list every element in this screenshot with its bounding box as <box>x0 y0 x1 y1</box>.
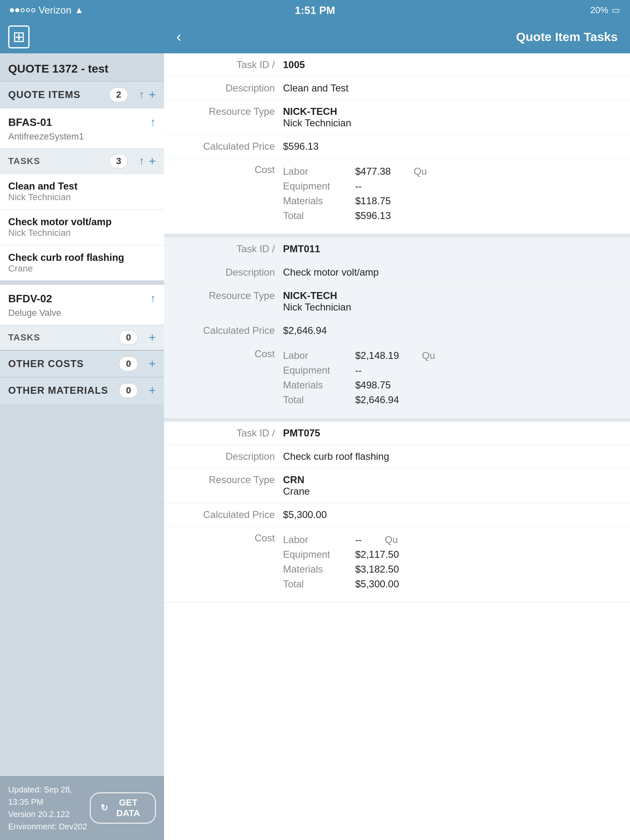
task2-price-label: Calculated Price <box>176 325 283 336</box>
task1-id-value: 1005 <box>283 59 305 71</box>
task-item-check-motor[interactable]: Check motor volt/amp Nick Technician <box>0 209 164 245</box>
other-costs-add-icon[interactable]: + <box>148 357 156 371</box>
bfas01-tasks-label: TASKS <box>8 156 109 167</box>
task3-equipment-label: Equipment <box>283 549 349 560</box>
task3-price-label: Calculated Price <box>176 509 283 520</box>
task3-total-value: $5,300.00 <box>355 578 399 590</box>
right-nav: ‹ Quote Item Tasks <box>164 21 630 53</box>
task-item-clean-test[interactable]: Clean and Test Nick Technician <box>0 173 164 209</box>
bfas01-collapse-icon[interactable]: ↑ <box>150 116 156 129</box>
bfdv02-header: BFDV-02 ↑ <box>0 285 164 308</box>
status-bar-right: 20% ▭ <box>590 5 620 16</box>
signal-dot-5 <box>31 8 35 12</box>
task1-equipment-label: Equipment <box>283 180 349 192</box>
task2-id-value: PMT011 <box>283 243 320 255</box>
task1-desc-label: Description <box>176 82 283 94</box>
task-detail-pmt011: Task ID / PMT011 Description Check motor… <box>164 237 630 418</box>
divider-2 <box>164 418 630 422</box>
task1-equipment-value: -- <box>355 180 362 192</box>
bfas01-name: AntifreezeSystem1 <box>0 131 164 148</box>
bfas01-tasks-row: TASKS 3 ↑ + <box>0 148 164 173</box>
task1-total-value: $596.13 <box>355 210 391 221</box>
bfas01-tasks-count: 3 <box>109 154 128 169</box>
bfdv02-tasks-row: TASKS 0 + <box>0 325 164 350</box>
bfas01-tasks-collapse-icon[interactable]: ↑ <box>139 155 144 168</box>
task3-labor-label: Labor <box>283 534 349 546</box>
carrier-label: Verizon <box>39 5 71 16</box>
task3-cost-row: Cost Labor -- Qu Equipment $2,117.50 Mat <box>164 527 630 602</box>
signal-dot-2 <box>15 8 19 12</box>
task2-id-row: Task ID / PMT011 <box>164 237 630 261</box>
task2-equipment-value: -- <box>355 365 362 376</box>
task3-cost-label: Cost <box>176 532 283 596</box>
task2-quote-label-labor: Qu <box>422 350 435 361</box>
quote-items-add-icon[interactable]: + <box>148 88 156 102</box>
task3-id-label: Task ID / <box>176 427 283 439</box>
task1-cost-row: Cost Labor $477.38 Qu Equipment -- Mater <box>164 158 630 234</box>
status-bar-time: 1:51 PM <box>295 4 335 17</box>
task3-materials-label: Materials <box>283 564 349 575</box>
task-check-motor-title: Check motor volt/amp <box>8 216 156 228</box>
get-data-button[interactable]: ↻ GET DATA <box>90 792 156 824</box>
task3-cost-breakdown: Labor -- Qu Equipment $2,117.50 Material… <box>283 532 399 596</box>
task1-id-row: Task ID / 1005 <box>164 53 630 77</box>
divider-1 <box>164 234 630 237</box>
bfdv02-name: Deluge Valve <box>0 308 164 325</box>
task1-resource-row: Resource Type NICK-TECH Nick Technician <box>164 100 630 135</box>
task1-labor-value: $477.38 <box>355 166 391 177</box>
left-footer: Updated: Sep 28, 13:35 PM Version 20.2.1… <box>0 776 164 840</box>
task2-materials-value: $498.75 <box>355 379 391 391</box>
other-costs-count: 0 <box>119 356 138 371</box>
right-content: Task ID / 1005 Description Clean and Tes… <box>164 53 630 840</box>
task1-price-row: Calculated Price $596.13 <box>164 135 630 158</box>
footer-info: Updated: Sep 28, 13:35 PM Version 20.2.1… <box>8 783 90 833</box>
bfdv02-tasks-label: TASKS <box>8 332 119 343</box>
signal-dots <box>10 8 35 12</box>
task3-desc-value: Check curb roof flashing <box>283 451 389 462</box>
task3-id-value: PMT075 <box>283 427 320 439</box>
task2-price-value: $2,646.94 <box>283 325 327 336</box>
task1-cost-label: Cost <box>176 164 283 228</box>
task2-id-label: Task ID / <box>176 243 283 255</box>
left-panel: ⊞ QUOTE 1372 - test QUOTE ITEMS 2 ↑ + BF… <box>0 21 164 840</box>
task3-price-row: Calculated Price $5,300.00 <box>164 503 630 527</box>
bfdv02-collapse-icon[interactable]: ↑ <box>150 292 156 305</box>
task3-desc-label: Description <box>176 451 283 462</box>
task2-cost-label: Cost <box>176 348 283 412</box>
main-container: ⊞ QUOTE 1372 - test QUOTE ITEMS 2 ↑ + BF… <box>0 21 630 840</box>
sidebar-toggle-icon[interactable]: ⊞ <box>8 25 30 48</box>
task3-resource-code: CRN <box>283 474 310 486</box>
back-button[interactable]: ‹ <box>176 28 181 46</box>
task2-resource-name: Nick Technician <box>283 301 351 313</box>
bfas01-tasks-add-icon[interactable]: + <box>148 154 156 168</box>
task-clean-test-subtitle: Nick Technician <box>8 192 156 208</box>
refresh-icon: ↻ <box>100 803 108 813</box>
task1-id-label: Task ID / <box>176 59 283 71</box>
other-materials-label: OTHER MATERIALS <box>8 385 119 396</box>
footer-version: Version 20.2.122 <box>8 808 90 820</box>
other-materials-add-icon[interactable]: + <box>148 383 156 397</box>
task1-total-label: Total <box>283 210 349 221</box>
task2-cost-breakdown: Labor $2,148.19 Qu Equipment -- Material… <box>283 348 435 412</box>
bfdv02-tasks-add-icon[interactable]: + <box>148 331 156 345</box>
task1-resource-code: NICK-TECH <box>283 106 351 117</box>
task2-equipment-label: Equipment <box>283 365 349 376</box>
wifi-icon: ▲ <box>75 5 84 16</box>
task3-labor-value: -- <box>355 534 362 546</box>
task1-price-value: $596.13 <box>283 141 319 152</box>
other-materials-row: OTHER MATERIALS 0 + <box>0 377 164 404</box>
task1-cost-breakdown: Labor $477.38 Qu Equipment -- Materials … <box>283 164 427 228</box>
task3-total-label: Total <box>283 578 349 590</box>
task2-resource-value: NICK-TECH Nick Technician <box>283 290 351 313</box>
task1-price-label: Calculated Price <box>176 141 283 152</box>
status-bar: Verizon ▲ 1:51 PM 20% ▭ <box>0 0 630 21</box>
task2-resource-code: NICK-TECH <box>283 290 351 301</box>
task3-resource-label: Resource Type <box>176 474 283 497</box>
task1-resource-label: Resource Type <box>176 106 283 129</box>
task2-total-value: $2,646.94 <box>355 394 399 406</box>
task1-materials-value: $118.75 <box>355 195 391 207</box>
quote-items-collapse-icon[interactable]: ↑ <box>139 88 144 101</box>
task-item-check-curb[interactable]: Check curb roof flashing Crane <box>0 245 164 281</box>
get-data-label: GET DATA <box>111 797 145 819</box>
task1-desc-value: Clean and Test <box>283 82 349 94</box>
